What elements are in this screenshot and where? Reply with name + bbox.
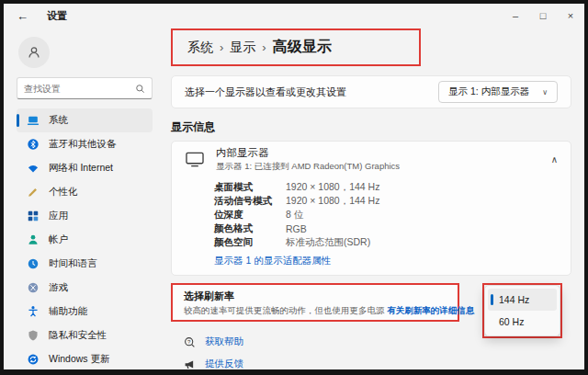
sidebar-item-label: 网络和 Internet [49, 162, 113, 175]
settings-window: ← 设置 – □ × [4, 4, 584, 369]
feedback-icon [184, 358, 196, 370]
info-row-color-space: 颜色空间 标准动态范围(SDR) [214, 235, 558, 249]
update-icon [26, 353, 40, 367]
breadcrumb-separator: › [220, 40, 223, 54]
sidebar-item-gaming[interactable]: 游戏 [17, 276, 153, 300]
main-content: 系统 › 显示 › 高级显示 选择一个显示器以查看或更改其设置 显示 1: 内部… [162, 28, 584, 369]
search-input[interactable] [24, 84, 135, 94]
annotation-box-dropdown: 144 Hz 60 Hz [482, 283, 562, 338]
sidebar-item-label: Windows 更新 [49, 353, 110, 366]
refresh-rate-subtitle: 较高的速率可提供更流畅的动作，但也使用更多电源 有关刷新率的详细信息 [184, 305, 458, 317]
info-value: 8 位 [286, 209, 303, 222]
page-title: 高级显示 [273, 38, 332, 57]
annotation-box-refresh-rate: 选择刷新率 较高的速率可提供更流畅的动作，但也使用更多电源 有关刷新率的详细信息 [171, 283, 459, 322]
info-label: 颜色空间 [214, 236, 286, 249]
back-icon[interactable]: ← [17, 9, 28, 23]
dropdown-option-60hz[interactable]: 60 Hz [488, 311, 557, 333]
minimize-button[interactable]: – [502, 4, 529, 28]
sidebar-nav: 系统 蓝牙和其他设备 网络和 Internet [17, 108, 153, 369]
dropdown-option-144hz[interactable]: 144 Hz [488, 289, 557, 311]
display-info-card: 内部显示器 显示器 1: 已连接到 AMD Radeon(TM) Graphic… [171, 141, 571, 276]
breadcrumb-separator: › [262, 40, 266, 54]
avatar[interactable] [18, 37, 50, 68]
bluetooth-icon [26, 138, 40, 152]
refresh-rate-subtitle-text: 较高的速率可提供更流畅的动作，但也使用更多电源 [184, 305, 387, 315]
display-adapter-properties-link[interactable]: 显示器 1 的显示适配器属性 [214, 255, 331, 267]
brush-icon [26, 186, 40, 199]
app-title: 设置 [47, 9, 67, 23]
info-label: 桌面模式 [214, 181, 286, 194]
info-label: 颜色格式 [214, 222, 286, 235]
info-value: RGB [286, 223, 307, 234]
sidebar-item-apps[interactable]: 应用 [17, 204, 153, 228]
accessibility-icon [26, 305, 40, 319]
sidebar-item-personalization[interactable]: 个性化 [17, 180, 153, 204]
info-row-color-format: 颜色格式 RGB [214, 222, 558, 235]
sidebar-item-label: 游戏 [49, 281, 68, 294]
sidebar-item-label: 系统 [49, 114, 68, 127]
info-value: 标准动态范围(SDR) [286, 236, 370, 249]
accounts-icon [26, 233, 40, 247]
get-help-icon: ? [184, 336, 196, 348]
search-icon [135, 84, 145, 94]
clock-icon [26, 257, 40, 271]
annotation-box-breadcrumb: 系统 › 显示 › 高级显示 [171, 28, 421, 66]
sidebar-item-bluetooth[interactable]: 蓝牙和其他设备 [17, 132, 153, 156]
sidebar-item-network[interactable]: 网络和 Internet [17, 156, 153, 180]
info-row-desktop-mode: 桌面模式 1920 × 1080，144 Hz [214, 180, 558, 194]
info-value: 1920 × 1080，144 Hz [286, 195, 379, 208]
refresh-rate-info-link[interactable]: 有关刷新率的详细信息 [387, 305, 474, 315]
sidebar-item-label: 时间和语言 [49, 257, 97, 270]
sidebar-item-time-language[interactable]: 时间和语言 [17, 252, 153, 276]
sidebar-item-accounts[interactable]: 帐户 [17, 228, 153, 252]
display-selector-card: 选择一个显示器以查看或更改其设置 显示 1: 内部显示器 ∨ [171, 75, 571, 108]
feedback-label: 提供反馈 [205, 358, 243, 369]
person-icon [27, 45, 41, 60]
sidebar: 系统 蓝牙和其他设备 网络和 Internet [4, 28, 162, 369]
refresh-rate-row: 选择刷新率 较高的速率可提供更流畅的动作，但也使用更多电源 有关刷新率的详细信息… [171, 283, 571, 325]
display-card-title: 内部显示器 [216, 146, 400, 160]
info-label: 活动信号模式 [214, 195, 286, 208]
wifi-icon [26, 162, 40, 176]
breadcrumb-system[interactable]: 系统 [187, 40, 213, 56]
get-help-link[interactable]: ? 获取帮助 [171, 331, 243, 353]
sidebar-item-label: 帐户 [49, 233, 68, 246]
apps-icon [26, 210, 40, 223]
info-value: 1920 × 1080，144 Hz [286, 181, 379, 194]
system-icon [26, 114, 40, 128]
sidebar-item-privacy[interactable]: 隐私和安全性 [17, 324, 153, 347]
sidebar-item-label: 个性化 [49, 186, 78, 199]
info-row-signal-mode: 活动信号模式 1920 × 1080，144 Hz [214, 194, 558, 208]
close-button[interactable]: × [557, 4, 584, 28]
screenshot-frame: ← 设置 – □ × [0, 0, 588, 375]
refresh-rate-title: 选择刷新率 [184, 290, 458, 303]
info-label: 位深度 [214, 209, 286, 222]
display-info-body: 桌面模式 1920 × 1080，144 Hz 活动信号模式 1920 × 10… [172, 176, 571, 267]
display-selector-label: 选择一个显示器以查看或更改其设置 [185, 85, 346, 99]
refresh-rate-dropdown: 144 Hz 60 Hz [484, 285, 560, 336]
maximize-button[interactable]: □ [529, 4, 557, 28]
sidebar-item-accessibility[interactable]: 辅助功能 [17, 300, 153, 324]
chevron-down-icon: ∨ [542, 88, 548, 97]
svg-text:?: ? [187, 337, 191, 344]
display-selector-value: 显示 1: 内部显示器 [448, 85, 529, 98]
xbox-icon [26, 281, 40, 295]
info-row-bit-depth: 位深度 8 位 [214, 208, 558, 222]
sidebar-item-windows-update[interactable]: Windows 更新 [17, 347, 153, 369]
sidebar-item-label: 辅助功能 [49, 305, 87, 318]
sidebar-item-label: 应用 [49, 210, 68, 222]
search-box[interactable] [17, 77, 153, 99]
get-help-label: 获取帮助 [205, 335, 243, 348]
display-card-subtitle: 显示器 1: 已连接到 AMD Radeon(TM) Graphics [216, 161, 400, 173]
sidebar-item-system[interactable]: 系统 [17, 108, 153, 132]
breadcrumb-display[interactable]: 显示 [230, 40, 255, 56]
monitor-icon [185, 151, 205, 168]
display-selector-dropdown[interactable]: 显示 1: 内部显示器 ∨ [438, 81, 558, 103]
shield-icon [26, 329, 40, 343]
chevron-up-icon[interactable]: ∧ [551, 154, 558, 165]
feedback-link[interactable]: 提供反馈 [171, 353, 243, 369]
sidebar-item-label: 蓝牙和其他设备 [49, 138, 117, 151]
display-info-header[interactable]: 内部显示器 显示器 1: 已连接到 AMD Radeon(TM) Graphic… [172, 142, 571, 176]
sidebar-item-label: 隐私和安全性 [49, 329, 107, 342]
titlebar: ← 设置 – □ × [4, 4, 584, 28]
